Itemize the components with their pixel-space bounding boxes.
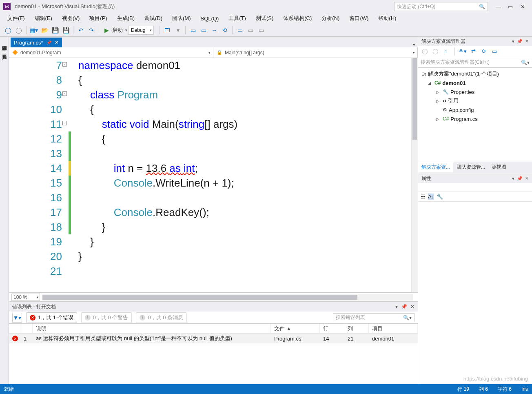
categorize-icon[interactable]: ☷ — [421, 194, 426, 200]
errors-chip[interactable]: ✕1，共 1 个错误 — [26, 312, 77, 323]
minimize-button[interactable]: — — [492, 2, 504, 11]
toolbar-btn-a[interactable]: 🗔 — [162, 25, 172, 35]
config-icon: ⚙ — [443, 107, 447, 113]
file-tab-label: Program.cs* — [14, 40, 43, 46]
solution-root[interactable]: 🗂解决方案"demon01"(1 个项目) — [418, 69, 532, 78]
scope-combo[interactable]: 🔶demon01.Program — [9, 47, 213, 58]
file-tab-program[interactable]: Program.cs* 📌 ✕ — [11, 38, 62, 47]
menu-item[interactable]: 分析(N) — [317, 13, 344, 23]
tabs-dropdown-icon[interactable]: ▾ — [413, 42, 415, 47]
panel-pin-icon[interactable]: 📌 — [401, 304, 407, 309]
sync-icon[interactable]: ⇄ — [469, 47, 477, 56]
new-project-button[interactable]: ▦▾ — [29, 25, 39, 35]
solution-explorer-title: 解决方案资源管理器 — [421, 38, 466, 45]
panel-close-icon[interactable]: ✕ — [525, 176, 529, 181]
right-pane: 解决方案资源管理器 ▾📌✕ ◯ ◯ ⌂ 👁▾ ⇄ ⟳ ▭ 搜索解决方案资源管理器… — [418, 37, 532, 384]
back-button[interactable]: ◯ — [3, 25, 13, 35]
quick-launch-input[interactable]: 快速启动 (Ctrl+Q) 🔍 — [394, 2, 488, 11]
toolbar-btn-f[interactable]: ⟲ — [220, 25, 230, 35]
error-row[interactable]: ✕ 1 as 运算符必须用于引用类型或可以为 null 的类型("int"是一种… — [9, 334, 418, 343]
code-nav-bar: 🔶demon01.Program 🔒Main(string[] args) — [9, 47, 418, 58]
menu-item[interactable]: 生成(B) — [113, 13, 139, 23]
panel-close-icon[interactable]: ✕ — [410, 304, 415, 309]
menu-item[interactable]: 视图(V) — [58, 13, 84, 23]
pin-icon[interactable]: 📌 — [47, 40, 51, 45]
error-columns-header[interactable]: 说明 文件 ▲ 行 列 项目 — [9, 324, 418, 334]
toolbar-btn-i[interactable]: ▭ — [256, 25, 266, 35]
window-title: demon01 - Microsoft Visual Studio(管理员) — [15, 3, 115, 10]
left-tab-toolbox[interactable]: 工具箱 — [0, 48, 9, 53]
error-search-input[interactable]: 搜索错误列表 🔍▾ — [333, 313, 415, 322]
solution-icon: 🗂 — [421, 71, 426, 77]
collapse-icon[interactable]: ▭ — [490, 47, 499, 56]
undo-button[interactable]: ↶ — [76, 25, 86, 35]
close-tab-icon[interactable]: ✕ — [55, 40, 59, 45]
menu-item[interactable]: 调试(D) — [140, 13, 166, 23]
back-icon[interactable]: ◯ — [421, 47, 429, 56]
maximize-button[interactable]: ▭ — [504, 2, 516, 11]
panel-pin-icon[interactable]: 📌 — [517, 176, 523, 181]
toolbar-btn-h[interactable]: ▭ — [246, 25, 255, 35]
menu-item[interactable]: 文件(F) — [3, 13, 29, 23]
panel-dropdown-icon[interactable]: ▾ — [512, 176, 514, 181]
alpha-sort-icon[interactable]: A↓ — [428, 194, 434, 200]
props-wrench-icon[interactable]: 🔧 — [437, 194, 443, 200]
redo-button[interactable]: ↷ — [86, 25, 96, 35]
filter-button[interactable]: ▼▾ — [12, 313, 22, 323]
menu-item[interactable]: 工具(T) — [224, 13, 250, 23]
project-node[interactable]: ◢C#demon01 — [418, 78, 532, 87]
menu-item[interactable]: 测试(S) — [252, 13, 277, 23]
appconfig-node[interactable]: ⚙App.config — [418, 105, 532, 114]
vertical-scrollbar[interactable] — [411, 58, 418, 292]
menu-item[interactable]: 项目(P) — [85, 13, 111, 23]
horizontal-scrollbar[interactable] — [42, 294, 413, 301]
member-combo[interactable]: 🔒Main(string[] args) — [213, 47, 418, 58]
code-editor[interactable]: 7-89-1011-12131415161718192021 namespace… — [9, 58, 418, 292]
left-tab-server-explorer[interactable]: 服务器资源管理器 — [0, 39, 9, 44]
menu-item[interactable]: SQL(Q) — [197, 14, 223, 23]
solution-toolbar: ◯ ◯ ⌂ 👁▾ ⇄ ⟳ ▭ — [418, 46, 532, 57]
menu-item[interactable]: 窗口(W) — [345, 13, 372, 23]
forward-icon[interactable]: ◯ — [431, 47, 439, 56]
panel-pin-icon[interactable]: 📌 — [517, 39, 523, 44]
refresh-icon[interactable]: 👁▾ — [459, 47, 467, 56]
left-rail: 服务器资源管理器 工具箱 — [0, 37, 9, 384]
open-button[interactable]: 📂 — [40, 25, 49, 35]
start-button[interactable]: ▶ — [102, 25, 111, 35]
panel-dropdown-icon[interactable]: ▾ — [395, 304, 398, 309]
zoom-combo[interactable]: 100 % — [11, 294, 40, 301]
solution-search-input[interactable]: 搜索解决方案资源管理器(Ctrl+;) 🔍▾ — [418, 57, 532, 68]
toolbar-btn-g[interactable]: ▭ — [235, 25, 245, 35]
properties-grid[interactable] — [418, 202, 532, 384]
menu-item[interactable]: 体系结构(C) — [279, 13, 316, 23]
toolbar-btn-d[interactable]: ▭ — [199, 25, 208, 35]
menu-item[interactable]: 编辑(E) — [31, 13, 56, 23]
warnings-chip[interactable]: !0，共 0 个警告 — [81, 312, 132, 323]
toolbar-btn-e[interactable]: ↔ — [209, 25, 219, 35]
menu-item[interactable]: 团队(M) — [168, 13, 195, 23]
messages-chip[interactable]: i0，共 0 条消息 — [136, 312, 187, 323]
save-button[interactable]: 💾 — [50, 25, 60, 35]
config-combo[interactable]: Debug — [128, 26, 154, 35]
tab-classview[interactable]: 类视图 — [488, 162, 510, 172]
warning-icon: ! — [85, 315, 91, 321]
status-char: 字符 6 — [498, 386, 512, 393]
home-icon[interactable]: ⌂ — [442, 47, 450, 56]
error-list-title: 错误列表 - 打开文档 — [12, 303, 56, 310]
programcs-node[interactable]: ▷C#Program.cs — [418, 114, 532, 123]
forward-button[interactable]: ◯ — [14, 25, 24, 35]
tab-solution[interactable]: 解决方案资... — [418, 162, 453, 172]
cs-file-icon: C# — [443, 116, 449, 122]
refresh2-icon[interactable]: ⟳ — [480, 47, 488, 56]
properties-node[interactable]: ▷🔧Properties — [418, 87, 532, 96]
close-button[interactable]: ✕ — [516, 2, 529, 11]
toolbar-btn-b[interactable]: ▾ — [173, 25, 183, 35]
panel-close-icon[interactable]: ✕ — [525, 39, 529, 44]
toolbar-btn-c[interactable]: ▭ — [188, 25, 198, 35]
tab-team[interactable]: 团队资源管... — [453, 162, 488, 172]
info-icon: i — [140, 315, 145, 321]
menu-item[interactable]: 帮助(H) — [374, 13, 400, 23]
references-node[interactable]: ▷▪▪引用 — [418, 96, 532, 105]
save-all-button[interactable]: 💾 — [61, 25, 71, 35]
panel-dropdown-icon[interactable]: ▾ — [512, 39, 514, 44]
